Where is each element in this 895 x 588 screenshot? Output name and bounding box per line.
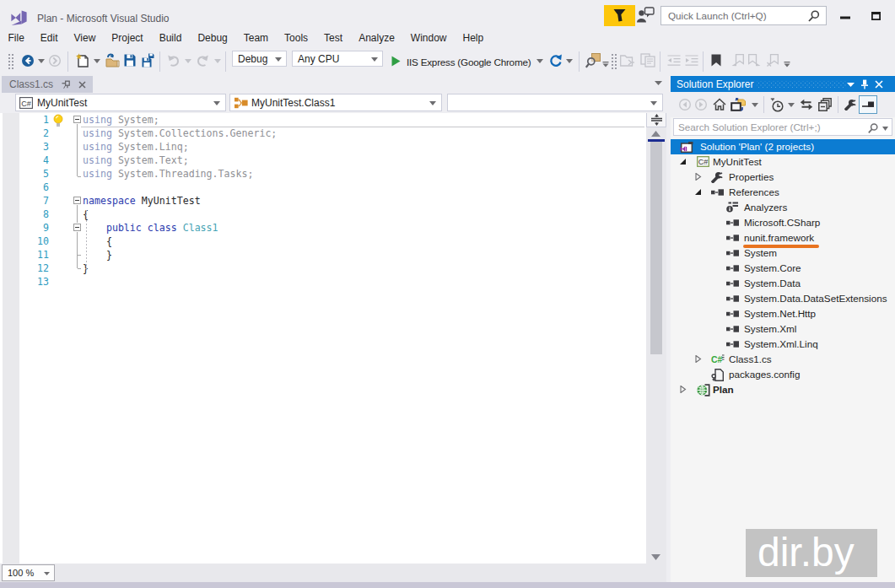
tree-item-system-xml[interactable]: System.Xml — [671, 321, 895, 337]
refresh-button[interactable] — [549, 54, 562, 67]
se-back-button[interactable] — [679, 99, 691, 111]
menu-test[interactable]: Test — [316, 29, 351, 47]
tree-item-packages-config[interactable]: packages.config — [671, 367, 895, 382]
navigate-backward-dropdown[interactable] — [38, 59, 45, 63]
editor-vertical-scrollbar[interactable] — [646, 113, 666, 564]
menu-tools[interactable]: Tools — [277, 29, 316, 47]
tab-overflow-caret-icon[interactable] — [655, 81, 662, 85]
code-editor[interactable]: 1using System;2using System.Collections.… — [0, 113, 646, 564]
tree-item-properties[interactable]: Properties — [671, 170, 895, 185]
zoom-level-combo[interactable]: 100 % — [2, 564, 55, 581]
se-search-icon[interactable] — [867, 122, 879, 134]
solution-configuration-combo[interactable]: Debug — [232, 51, 287, 67]
tree-collapsed-icon[interactable] — [694, 173, 702, 181]
lightbulb-icon[interactable] — [52, 114, 64, 127]
menu-debug[interactable]: Debug — [190, 29, 235, 47]
tree-item-analyzers[interactable]: Analyzers — [671, 200, 895, 215]
tree-item-system[interactable]: System — [671, 245, 895, 261]
se-sync-button[interactable] — [800, 99, 813, 111]
tree-item-system-xml-linq[interactable]: System.Xml.Linq — [671, 337, 895, 352]
menu-edit[interactable]: Edit — [32, 29, 66, 47]
tree-item-system-net-http[interactable]: System.Net.Http — [671, 306, 895, 321]
quick-launch-input[interactable]: Quick Launch (Ctrl+Q) — [660, 6, 827, 25]
editor-horizontal-scrollbar[interactable]: 100 % — [0, 564, 666, 582]
menu-build[interactable]: Build — [151, 29, 190, 47]
solution-explorer-header[interactable]: Solution Explorer — [671, 76, 895, 92]
next-bookmark-button[interactable] — [748, 54, 761, 67]
solution-platform-combo[interactable]: Any CPU — [292, 51, 383, 67]
tree-item-system-data-datasetextensions[interactable]: System.Data.DataSetExtensions — [671, 291, 895, 306]
menu-window[interactable]: Window — [402, 29, 455, 47]
previous-bookmark-button[interactable] — [731, 54, 744, 67]
tree-item-myunittest[interactable]: C#MyUnitTest — [671, 154, 895, 170]
scroll-down-icon[interactable] — [651, 554, 660, 560]
feedback-button[interactable] — [636, 7, 656, 24]
se-preview-selected-toggle[interactable] — [859, 95, 877, 114]
menu-file[interactable]: File — [0, 29, 32, 47]
find-options-caret[interactable] — [602, 62, 609, 67]
tree-item-plan[interactable]: Plan — [671, 382, 895, 397]
tree-item-system-core[interactable]: System.Core — [671, 261, 895, 276]
se-search-caret-icon[interactable] — [882, 127, 888, 131]
toggle-bookmark-button[interactable] — [711, 54, 721, 67]
tree-expanded-icon[interactable] — [679, 158, 687, 165]
solution-explorer-search[interactable]: Search Solution Explorer (Ctrl+;) — [673, 118, 892, 136]
run-target-label[interactable]: IIS Express (Google Chrome) — [407, 57, 531, 67]
tree-collapsed-icon[interactable] — [679, 386, 687, 393]
se-properties-button[interactable] — [844, 99, 856, 111]
save-all-button[interactable] — [142, 53, 154, 67]
save-button[interactable] — [124, 54, 136, 67]
tab-class1cs[interactable]: Class1.cs — [2, 76, 93, 93]
clear-bookmarks-button[interactable] — [767, 54, 779, 67]
solution-folder-button[interactable] — [620, 54, 635, 67]
open-file-button[interactable] — [105, 52, 120, 68]
editor-splitter-handle[interactable] — [646, 113, 666, 127]
scrollbar-thumb[interactable] — [650, 142, 662, 354]
new-project-dropdown[interactable] — [94, 59, 100, 63]
outline-collapse-box[interactable] — [73, 224, 81, 231]
new-project-button[interactable] — [75, 53, 89, 68]
type-dropdown[interactable]: MyUnitTest.Class1 — [229, 94, 442, 111]
navigate-backward-button[interactable] — [22, 55, 34, 67]
tree-expanded-icon[interactable] — [694, 188, 702, 196]
member-dropdown[interactable] — [447, 94, 663, 111]
menu-team[interactable]: Team — [235, 29, 276, 47]
start-debugging-button[interactable] — [391, 56, 401, 67]
pin-icon[interactable] — [62, 80, 71, 89]
menu-help[interactable]: Help — [455, 29, 492, 47]
panel-pin-icon[interactable] — [860, 79, 869, 89]
se-collapse-all-button[interactable] — [818, 98, 832, 111]
tree-item-references[interactable]: References — [671, 185, 895, 200]
se-pending-changes-button[interactable] — [770, 98, 784, 112]
menu-view[interactable]: View — [66, 29, 104, 47]
increase-indent-button[interactable] — [685, 55, 698, 67]
se-switch-views-dropdown[interactable] — [752, 103, 758, 107]
se-home-button[interactable] — [713, 98, 726, 111]
outline-collapse-box[interactable] — [73, 116, 81, 123]
notifications-flag-button[interactable] — [604, 5, 635, 26]
tree-item-nunit-framework[interactable]: nunit.framework — [671, 230, 895, 245]
toolbar-grip[interactable] — [8, 53, 14, 70]
run-target-dropdown[interactable] — [536, 59, 543, 63]
menu-project[interactable]: Project — [104, 29, 151, 47]
navigate-forward-button[interactable] — [49, 55, 61, 67]
scroll-up-icon[interactable] — [651, 131, 660, 137]
se-forward-button[interactable] — [695, 99, 707, 111]
project-dropdown[interactable]: C# MyUnitTest — [15, 94, 226, 111]
tree-item-microsoft-csharp[interactable]: Microsoft.CSharp — [671, 215, 895, 230]
tree-collapsed-icon[interactable] — [694, 355, 702, 363]
panel-close-icon[interactable] — [875, 80, 883, 89]
decrease-indent-button[interactable] — [667, 55, 681, 67]
minimize-button[interactable] — [834, 10, 856, 25]
tree-item-system-data[interactable]: System.Data — [671, 276, 895, 291]
se-pending-changes-dropdown[interactable] — [788, 103, 795, 107]
panel-menu-caret-icon[interactable] — [847, 83, 855, 87]
toolbar-overflow-caret[interactable] — [784, 62, 790, 67]
redo-dropdown[interactable] — [214, 59, 221, 63]
undo-button[interactable] — [167, 54, 181, 67]
copy-structure-button[interactable] — [640, 53, 655, 67]
find-in-files-button[interactable] — [585, 53, 601, 68]
refresh-dropdown[interactable] — [566, 59, 573, 63]
close-icon[interactable] — [78, 81, 86, 89]
outline-collapse-box[interactable] — [73, 197, 81, 204]
